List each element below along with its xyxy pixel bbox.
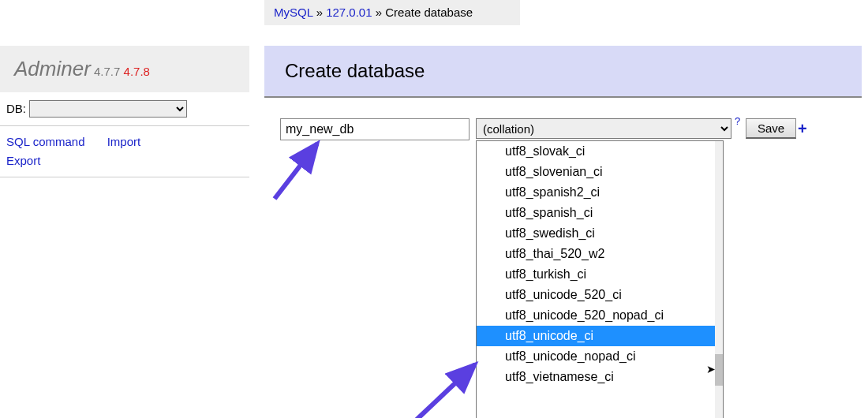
collation-option[interactable]: utf8_spanish2_ci xyxy=(477,182,715,203)
breadcrumb-host[interactable]: 127.0.01 xyxy=(326,6,372,19)
collation-option[interactable]: utf8_thai_520_w2 xyxy=(477,244,715,264)
breadcrumb-sep: » xyxy=(376,6,386,19)
dropdown-scrollbar[interactable] xyxy=(715,141,723,418)
collation-select[interactable]: (collation) xyxy=(476,118,731,139)
db-label: DB: xyxy=(6,102,26,115)
collation-option[interactable]: utf8_slovenian_ci xyxy=(477,162,715,182)
create-db-form: (collation) ? Save + utf8_slovak_ciutf8_… xyxy=(264,118,862,142)
svg-line-0 xyxy=(275,144,317,199)
app-latest-version: 4.7.8 xyxy=(124,65,150,78)
collation-option[interactable]: utf8_spanish_ci xyxy=(477,203,715,223)
db-name-input[interactable] xyxy=(280,118,470,140)
add-database-icon[interactable]: + xyxy=(798,120,807,138)
breadcrumb: MySQL » 127.0.01 » Create database xyxy=(264,0,520,25)
link-sql-command[interactable]: SQL command xyxy=(6,135,85,148)
save-button[interactable]: Save xyxy=(746,118,796,139)
page-title: Create database xyxy=(264,46,862,98)
collation-option[interactable]: utf8_unicode_520_ci xyxy=(477,285,715,305)
link-export[interactable]: Export xyxy=(6,154,40,167)
collation-option[interactable]: utf8_unicode_ci xyxy=(477,326,715,346)
collation-option[interactable]: utf8_unicode_520_nopad_ci xyxy=(477,305,715,326)
sidebar: Adminer 4.7.7 4.7.8 DB: SQL command Impo… xyxy=(0,46,249,177)
breadcrumb-page: Create database xyxy=(385,6,473,19)
breadcrumb-engine[interactable]: MySQL xyxy=(274,6,312,19)
sidebar-links: SQL command Import Export xyxy=(0,126,249,177)
link-import[interactable]: Import xyxy=(107,135,141,148)
collation-option[interactable]: utf8_swedish_ci xyxy=(477,223,715,244)
breadcrumb-sep: » xyxy=(316,6,327,19)
app-version: 4.7.7 xyxy=(94,65,120,78)
annotation-arrow xyxy=(268,134,331,205)
app-name: Adminer xyxy=(14,57,91,80)
collation-help[interactable]: ? xyxy=(735,115,740,127)
main: Create database (collation) ? Save + utf… xyxy=(264,46,862,142)
svg-line-1 xyxy=(417,364,475,418)
sidebar-header: Adminer 4.7.7 4.7.8 xyxy=(0,46,249,92)
collation-option[interactable]: utf8_unicode_nopad_ci xyxy=(477,346,715,367)
db-select[interactable] xyxy=(29,100,187,118)
collation-option[interactable]: utf8_vietnamese_ci xyxy=(477,367,715,387)
collation-option[interactable]: utf8_turkish_ci xyxy=(477,264,715,285)
collation-dropdown[interactable]: utf8_slovak_ciutf8_slovenian_ciutf8_span… xyxy=(476,140,724,418)
collation-option[interactable]: utf8_slovak_ci xyxy=(477,141,715,162)
db-select-row: DB: xyxy=(0,92,249,126)
dropdown-scroll-thumb[interactable] xyxy=(715,354,723,386)
